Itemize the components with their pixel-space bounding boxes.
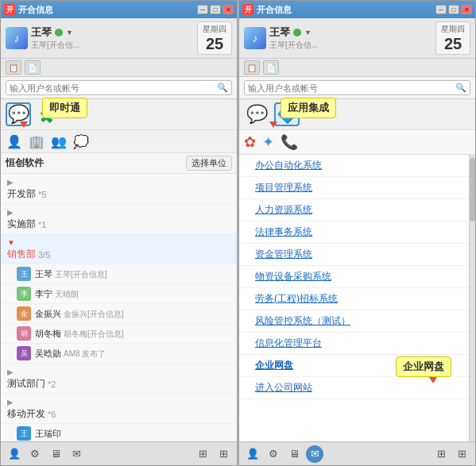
member-lining[interactable]: 李 李宁 天晴朗 [1,284,237,304]
dept-item-xiaoshou[interactable]: ▼ 销售部 3/5 [1,234,237,264]
toolbar-icon-2-right[interactable]: 📄 [263,60,279,75]
right-toolbar-row: 📋 📄 [239,59,475,77]
left-user-info: ♪ 王琴 ▼ 王琴[开合信... [6,25,79,51]
left-company-name: 恒创软件 [6,156,44,170]
right-telecom-row: ✿ ✦ 📞 [239,130,475,155]
right-user-dropdown[interactable]: ▼ [304,29,312,37]
left-bottom-grid-icon[interactable]: ⊞ [215,445,232,463]
right-app-list: 办公自动化系统 项目管理系统 人力资源系统 法律事务系统 资金管理系统 物资设备… [239,155,475,441]
dept-item-ceshi[interactable]: ▶ 测试部门 *2 [1,364,237,394]
dept-item-kaifa[interactable]: ▶ 开发部 *5 [1,174,237,204]
member-jinzhenxing[interactable]: 金 金振兴 金振兴[开合信息] [1,304,237,324]
left-date-label: 星期四 [203,24,226,35]
right-bottom-person-icon[interactable]: 👤 [244,445,261,463]
left-org-icon[interactable]: 🏢 [28,133,45,150]
left-user-bar: ♪ 王琴 ▼ 王琴[开合信... 星期四 25 [1,18,237,59]
avatar-lining: 李 [17,287,31,301]
left-company-header: 恒创软件 选择单位 [1,153,237,174]
dept-item-yidong[interactable]: ▶ 移动开发 *6 [1,394,237,424]
left-user-status [55,29,63,37]
right-scrollbar[interactable] [469,155,475,441]
toolbar-icon-2-left[interactable]: 📄 [25,60,41,75]
app-link-project[interactable]: 项目管理系统 [239,177,475,199]
app-link-labor[interactable]: 劳务(工程)招标系统 [239,288,475,310]
enterprise-arrow [429,377,437,383]
left-window-controls: ─ □ ✕ [197,5,234,14]
right-bottom-apps-icon[interactable]: ⊞ [432,445,450,463]
right-bottom-icons-right: ⊞ ⊞ [432,445,470,463]
left-date-badge: 星期四 25 [197,21,232,55]
close-btn-left[interactable]: ✕ [223,5,234,14]
left-bottom-monitor-icon[interactable]: 🖥 [47,445,64,463]
left-search-bar: 🔍 [1,77,237,99]
telecom-icon[interactable]: ✦ [262,133,274,151]
unicom-icon[interactable]: ✿ [244,133,256,151]
right-bottom-gear-icon[interactable]: ⚙ [265,445,282,463]
right-date-day: 25 [441,35,465,52]
left-user-dropdown[interactable]: ▼ [66,29,73,37]
right-panel: 开 开合信息 ─ □ ✕ ♪ 王琴 ▼ 王琴[开合信... 星期四 25 [238,0,476,466]
avatar-wuhan: 吴 [17,346,31,360]
left-tooltip-arrow [20,121,28,128]
right-bottom-grid-icon[interactable]: ⊞ [453,445,470,463]
right-date-label: 星期四 [441,24,465,35]
member-wuhan[interactable]: 吴 吴晗勋 AM8 发布了 [1,344,237,364]
toolbar-icon-1-left[interactable]: 📋 [6,60,21,75]
left-bottom-icons-left: 👤 ⚙ 🖥 ✉ [6,445,85,463]
right-search-input[interactable] [248,83,455,93]
right-scrollbar-thumb[interactable] [470,158,475,221]
right-search-wrapper: 🔍 [244,80,470,95]
dept-item-shishi[interactable]: ▶ 实施部 *1 [1,204,237,234]
right-bottom-monitor-icon[interactable]: 🖥 [285,445,303,463]
app-link-hr[interactable]: 人力资源系统 [239,199,475,221]
left-contacts-icon[interactable]: 👤 [6,133,23,150]
left-choose-unit-btn[interactable]: 选择单位 [186,156,232,171]
right-tooltip-arrow [269,121,277,128]
app-link-website[interactable]: 进入公司网站 [239,377,475,399]
right-search-icon: 🔍 [455,83,466,93]
right-bottom-mail-icon[interactable]: ✉ [306,445,323,463]
left-toolbar-row: 📋 📄 [1,59,237,77]
left-chat-list-icon[interactable]: 💭 [72,133,90,150]
left-bottom-icons-right: ⊞ ⊞ [194,445,232,463]
left-user-avatar: ♪ [6,27,28,49]
app-link-oa[interactable]: 办公自动化系统 [239,155,475,177]
left-bottom-mail-icon[interactable]: ✉ [68,445,85,463]
right-nav-icons-row: 💬 🔷 应用集成 [239,99,475,130]
member-wangruiyin[interactable]: 王 王瑞印 [1,424,237,441]
right-bottom-bar: 👤 ⚙ 🖥 ✉ ⊞ ⊞ [239,441,475,465]
app-icon-right: 开 [242,4,253,15]
minimize-btn-right[interactable]: ─ [435,5,447,14]
phone-icon[interactable]: 📞 [281,133,298,151]
right-chat-icon-btn[interactable]: 💬 [244,102,269,126]
left-bottom-person-icon[interactable]: 👤 [6,445,23,463]
app-link-risk[interactable]: 风险管控系统（测试） [239,310,475,333]
maximize-btn-left[interactable]: □ [210,5,221,14]
left-title-bar: 开 开合信息 ─ □ ✕ [1,1,237,18]
close-btn-right[interactable]: ✕ [461,5,472,14]
app-link-procurement[interactable]: 物资设备采购系统 [239,266,475,288]
minimize-btn-left[interactable]: ─ [197,5,208,14]
app-link-finance[interactable]: 资金管理系统 [239,244,475,266]
member-wangqin[interactable]: 王 王琴 王琴[开合信息] [1,264,237,284]
member-hudongmei[interactable]: 胡 胡冬梅 胡冬梅[开合信息] [1,324,237,344]
left-bottom-bar: 👤 ⚙ 🖥 ✉ ⊞ ⊞ [1,441,237,465]
left-search-input[interactable] [10,83,217,93]
right-title-bar: 开 开合信息 ─ □ ✕ [239,1,475,18]
avatar-wangqin: 王 [17,267,31,281]
right-panel-title: 开合信息 [257,4,292,16]
right-bottom-icons-left: 👤 ⚙ 🖥 ✉ [244,445,323,463]
right-user-bar: ♪ 王琴 ▼ 王琴[开合信... 星期四 25 [239,18,475,59]
left-bottom-apps-icon[interactable]: ⊞ [194,445,211,463]
left-search-icon: 🔍 [217,83,228,93]
left-user-name: 王琴 [31,25,52,40]
right-user-avatar: ♪ [244,27,266,49]
left-sub-nav-row: 👤 🏢 👥 💭 [1,130,237,153]
right-search-bar: 🔍 [239,77,475,99]
app-link-info[interactable]: 信息化管理平台 [239,333,475,355]
toolbar-icon-1-right[interactable]: 📋 [244,60,260,75]
app-link-legal[interactable]: 法律事务系统 [239,221,475,244]
left-bottom-gear-icon[interactable]: ⚙ [26,445,44,463]
maximize-btn-right[interactable]: □ [448,5,459,14]
left-group-icon[interactable]: 👥 [50,133,68,150]
